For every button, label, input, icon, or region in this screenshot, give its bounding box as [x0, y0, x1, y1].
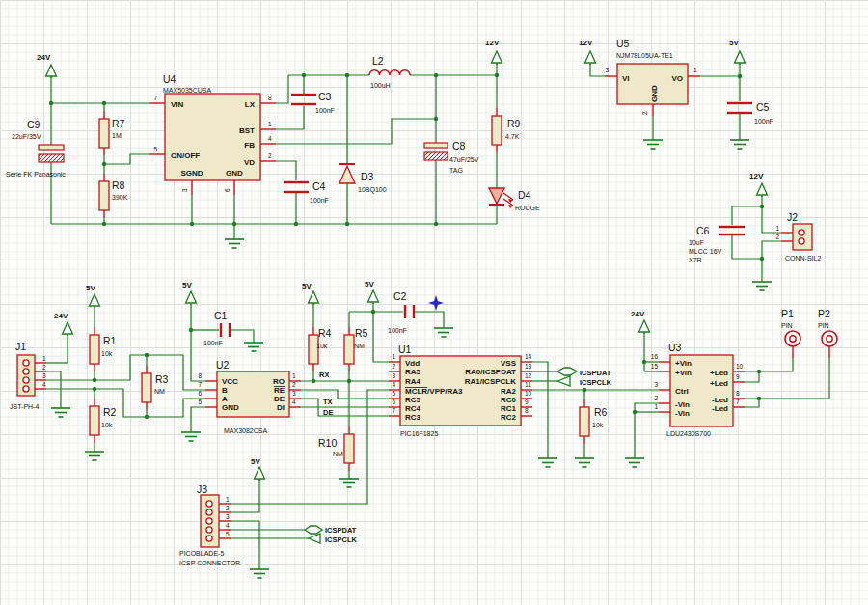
connector-pin[interactable]: [23, 377, 29, 383]
ref-c9: C9: [27, 119, 41, 130]
text-label: 1: [392, 353, 395, 360]
power-label-24v-u3: 24V: [631, 310, 645, 318]
note-c8: TAG: [449, 167, 463, 174]
text-label: RC3: [405, 413, 421, 422]
junction-dot: [145, 415, 149, 419]
connector-pin[interactable]: [206, 527, 212, 533]
text-label: VSS: [501, 359, 517, 368]
ref-c3: C3: [318, 91, 332, 102]
junction-dot: [738, 74, 742, 78]
text-label: 5: [198, 399, 202, 405]
text-label: 8: [525, 407, 529, 414]
text-label: -Vin: [675, 400, 690, 409]
schematic-canvas: 24VU4MAX5035CUSAC922uF/35VSerie FK Panas…: [0, 0, 868, 605]
text-label: RA4: [405, 377, 421, 386]
text-label: GND: [650, 85, 659, 102]
text-label: 1: [226, 496, 230, 503]
text-label: 2: [654, 395, 658, 401]
text-label: RC4: [405, 404, 421, 413]
junction-dot: [302, 73, 306, 77]
connector-pin[interactable]: [206, 501, 212, 507]
text-label: 2: [42, 364, 46, 371]
text-label: VIN: [171, 100, 184, 109]
ref-c8: C8: [452, 140, 466, 151]
junction-dot: [633, 410, 637, 414]
text-label: 10: [525, 390, 532, 397]
connector-pin[interactable]: [799, 238, 804, 244]
connector-pin[interactable]: [206, 536, 212, 541]
junction-dot: [642, 360, 646, 364]
text-label: GND: [226, 169, 243, 178]
text-label: RE: [274, 386, 285, 395]
val-c3: 100nF: [315, 107, 335, 114]
text-label: 6: [392, 399, 395, 405]
text-label: Ctrl: [675, 387, 689, 396]
connector-j1[interactable]: [17, 355, 35, 396]
text-label: RA2: [501, 387, 517, 396]
val-r5: NM: [354, 343, 365, 349]
ref-r1: R1: [103, 335, 117, 346]
ref-d3: D3: [361, 171, 374, 182]
text-label: VD: [244, 158, 255, 167]
text-label: LX: [245, 100, 256, 109]
power-label-5v-r1: 5V: [86, 284, 95, 292]
connector-pin[interactable]: [206, 509, 212, 515]
text-label: RC1: [501, 404, 517, 413]
junction-dot: [232, 222, 236, 226]
text-label: 2: [392, 363, 395, 370]
ref-r6: R6: [594, 406, 608, 418]
val-r7: 1M: [112, 132, 122, 139]
net-label-icspclk-j3: ICSPCLK: [325, 536, 358, 544]
text-label: 6: [224, 188, 231, 192]
pad-p1[interactable]: [785, 331, 800, 346]
connector-j2[interactable]: [793, 224, 812, 250]
ref-u3: U3: [668, 342, 682, 353]
connector-j3[interactable]: [201, 495, 219, 547]
val-c4: 100nF: [310, 197, 329, 204]
text-label: 7: [153, 95, 157, 101]
text-label: 5: [153, 146, 157, 152]
text-label: 4: [268, 135, 272, 142]
junction-dot: [434, 117, 438, 121]
text-label: RA5: [405, 368, 421, 376]
text-label: 8: [198, 372, 202, 379]
pad-p2[interactable]: [822, 331, 837, 346]
junction-dot: [345, 222, 349, 226]
net-label-icspdat: ICSPDAT: [580, 369, 611, 377]
connector-pin[interactable]: [23, 369, 29, 374]
connector-pin[interactable]: [23, 386, 29, 392]
text-label: 7: [736, 399, 740, 405]
text-label: 2: [292, 381, 296, 388]
connector-pin[interactable]: [206, 518, 212, 524]
text-label: B: [222, 386, 228, 395]
junction-dot: [757, 397, 761, 400]
val-c8: 47uF/25V: [449, 156, 479, 163]
text-label: Vdd: [405, 359, 420, 368]
text-label: 4: [42, 381, 46, 388]
connector-pin[interactable]: [23, 360, 29, 366]
net-label-icspdat-j3: ICSPDAT: [325, 526, 357, 535]
text-label: 2: [641, 111, 648, 115]
text-label: 3: [292, 390, 296, 397]
val-u2: MAX3082CSA: [224, 427, 267, 434]
note-c6b: X7R: [689, 257, 702, 263]
text-label: DE: [274, 395, 285, 403]
val-r1: 10k: [101, 350, 113, 357]
text-label: 1: [693, 67, 697, 73]
text-label: +Led: [710, 379, 728, 388]
ref-c5: C5: [756, 101, 770, 113]
text-label: BST: [239, 126, 255, 135]
connector-pin[interactable]: [799, 230, 804, 235]
power-label-5v-j3: 5V: [251, 457, 260, 466]
val-d4: ROUGE: [515, 205, 540, 211]
text-label: SGND: [180, 169, 203, 178]
text-label: 3: [392, 372, 395, 379]
val-r8: 390K: [112, 194, 128, 201]
val-u3: LDU2430S700: [666, 430, 711, 437]
text-label: RA0/ICSPDAT: [465, 368, 516, 376]
text-label: 2: [775, 234, 779, 240]
junction-dot: [495, 73, 499, 77]
text-label: 3: [605, 67, 609, 73]
text-label: 10: [736, 363, 744, 370]
ref-r5: R5: [355, 327, 368, 339]
